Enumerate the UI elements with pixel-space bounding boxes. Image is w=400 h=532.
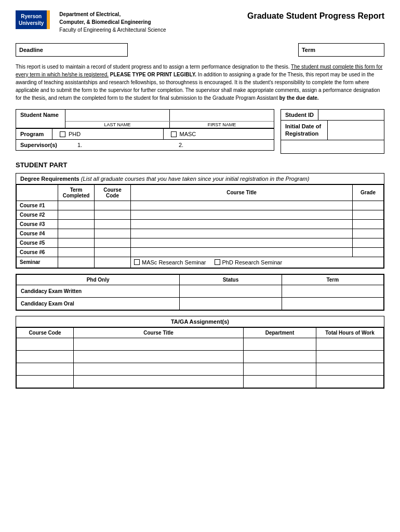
table-row xyxy=(17,363,384,375)
table-row: Course #5 xyxy=(17,238,384,247)
taga-table: Course Code Course Title Department Tota… xyxy=(16,327,384,388)
taga-col-total-hours: Total Hours of Work xyxy=(316,327,384,338)
taga-row4-dept[interactable] xyxy=(244,375,316,388)
seminar-options-cell: MASc Research Seminar PhD Research Semin… xyxy=(131,257,384,268)
taga-col-department: Department xyxy=(244,327,316,338)
table-row: Course #2 xyxy=(17,210,384,219)
deadline-box: Deadline xyxy=(16,43,128,57)
candidacy-oral-term[interactable] xyxy=(282,297,383,310)
report-title: Graduate Student Progress Report xyxy=(247,10,384,21)
taga-row1-hours[interactable] xyxy=(316,338,384,350)
table-row xyxy=(17,350,384,363)
course-3-term[interactable] xyxy=(58,219,95,229)
course-5-code[interactable] xyxy=(95,238,131,247)
taga-row2-title[interactable] xyxy=(74,350,244,363)
seminar-options: MASc Research Seminar PhD Research Semin… xyxy=(134,259,380,265)
student-id-block: Student ID xyxy=(281,109,384,121)
taga-row1-dept[interactable] xyxy=(244,338,316,350)
program-row: Program PHD MASC xyxy=(16,129,274,140)
masc-checkbox[interactable] xyxy=(171,131,177,137)
seminar-masc-checkbox[interactable] xyxy=(134,259,140,265)
term-value[interactable] xyxy=(318,45,381,55)
candidacy-written-status[interactable] xyxy=(180,285,282,297)
right-info-block: Student ID Initial Date ofRegistration xyxy=(281,109,384,154)
student-name-block: Student Name LAST NAME FIRST NAME xyxy=(16,109,274,129)
seminar-phd-option[interactable]: PhD Research Seminar xyxy=(215,259,283,265)
seminar-masc-option[interactable]: MASc Research Seminar xyxy=(134,259,206,265)
col-header-course-code: Course Code xyxy=(95,184,131,201)
table-row: Course #3 xyxy=(17,219,384,229)
course-3-title[interactable] xyxy=(131,219,353,229)
taga-row3-code[interactable] xyxy=(17,363,74,375)
course-label-3: Course #3 xyxy=(17,219,58,229)
seminar-code[interactable] xyxy=(95,257,131,268)
phd-col-header: Phd Only xyxy=(17,274,180,285)
desc-part1: This report is used to maintain a record… xyxy=(16,64,291,70)
course-2-title[interactable] xyxy=(131,210,353,219)
table-row: Candidacy Exam Oral xyxy=(17,297,384,310)
program-label: Program xyxy=(16,129,52,139)
course-2-code[interactable] xyxy=(95,210,131,219)
degree-req-header: Degree Requirements (List all graduate c… xyxy=(16,174,384,184)
course-5-term[interactable] xyxy=(58,238,95,247)
course-1-grade[interactable] xyxy=(353,201,384,210)
taga-row4-code[interactable] xyxy=(17,375,74,388)
course-4-title[interactable] xyxy=(131,229,353,238)
dept-line3: Faculty of Engineering & Architectural S… xyxy=(59,26,166,34)
course-4-grade[interactable] xyxy=(353,229,384,238)
dept-line2: Computer, & Biomedical Engineering xyxy=(59,18,166,26)
course-label-5: Course #5 xyxy=(17,238,58,247)
course-5-title[interactable] xyxy=(131,238,353,247)
course-2-grade[interactable] xyxy=(353,210,384,219)
course-1-code[interactable] xyxy=(95,201,131,210)
taga-row2-dept[interactable] xyxy=(244,350,316,363)
table-row: Course #1 xyxy=(17,201,384,210)
seminar-phd-checkbox[interactable] xyxy=(215,259,220,265)
col-header-term-completed: Term Completed xyxy=(58,184,95,201)
course-label-2: Course #2 xyxy=(17,210,58,219)
last-name-input[interactable] xyxy=(65,110,170,121)
table-row-seminar: Seminar MASc Research Seminar PhD Resear… xyxy=(17,257,384,268)
student-part-heading: STUDENT PART xyxy=(16,161,384,169)
student-id-input[interactable] xyxy=(318,110,384,120)
taga-row3-title[interactable] xyxy=(74,363,244,375)
course-4-code[interactable] xyxy=(95,229,131,238)
seminar-term[interactable] xyxy=(58,257,95,268)
right-spacer xyxy=(281,140,384,154)
course-1-title[interactable] xyxy=(131,201,353,210)
deadline-value[interactable] xyxy=(46,45,124,55)
course-3-grade[interactable] xyxy=(353,219,384,229)
taga-row3-hours[interactable] xyxy=(316,363,384,375)
course-3-code[interactable] xyxy=(95,219,131,229)
course-6-term[interactable] xyxy=(58,247,95,257)
taga-row3-dept[interactable] xyxy=(244,363,316,375)
taga-row4-title[interactable] xyxy=(74,375,244,388)
taga-row2-code[interactable] xyxy=(17,350,74,363)
initial-date-input[interactable] xyxy=(328,121,384,140)
course-5-grade[interactable] xyxy=(353,238,384,247)
course-1-term[interactable] xyxy=(58,201,95,210)
candidacy-written-term[interactable] xyxy=(282,285,383,297)
first-name-input[interactable] xyxy=(170,110,274,121)
course-6-code[interactable] xyxy=(95,247,131,257)
taga-section: TA/GA Assignment(s) Course Code Course T… xyxy=(16,316,384,389)
course-label-6: Course #6 xyxy=(17,247,58,257)
candidacy-written-label: Candidacy Exam Written xyxy=(17,285,180,297)
course-6-title[interactable] xyxy=(131,247,353,257)
desc-bold1: PLEASE TYPE OR PRINT LEGIBLY. xyxy=(110,72,196,77)
course-6-grade[interactable] xyxy=(353,247,384,257)
course-4-term[interactable] xyxy=(58,229,95,238)
candidacy-oral-status[interactable] xyxy=(180,297,282,310)
taga-row1-title[interactable] xyxy=(74,338,244,350)
taga-row2-hours[interactable] xyxy=(316,350,384,363)
taga-row4-hours[interactable] xyxy=(316,375,384,388)
student-id-label: Student ID xyxy=(281,110,318,120)
table-row: Course #4 xyxy=(17,229,384,238)
program-phd-option[interactable]: PHD xyxy=(52,129,164,139)
course-2-term[interactable] xyxy=(58,210,95,219)
supervisor2-value[interactable]: 2. xyxy=(179,142,270,148)
supervisor1-value[interactable]: 1. xyxy=(77,142,168,148)
phd-checkbox[interactable] xyxy=(60,131,65,137)
taga-row1-code[interactable] xyxy=(17,338,74,350)
program-masc-option[interactable]: MASC xyxy=(164,129,274,139)
